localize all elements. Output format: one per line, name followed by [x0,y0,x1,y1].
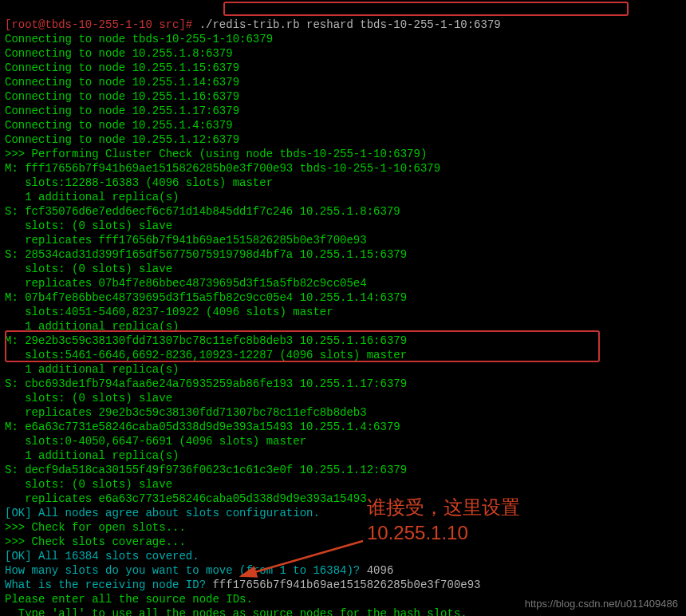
connect-line: Connecting to node 10.255.1.4:6379 [5,119,233,132]
node-line: S: fcf35076d6e7edd6ecf6c671d14b845dd1f7c… [5,205,400,218]
node-line: replicates 07b4f7e86bbec48739695d3f15a5f… [5,277,367,290]
check-coverage: >>> Check slots coverage... [5,535,186,548]
connect-line: Connecting to node tbds-10-255-1-10:6379 [5,33,273,45]
slots-answer: 4096 [367,564,394,577]
node-line: M: fff17656b7f941b69ae1515826285b0e3f700… [5,162,440,175]
connect-line: Connecting to node 10.255.1.12:6379 [5,133,239,146]
node-line: slots: (0 slots) slave [5,263,172,275]
node-line: slots: (0 slots) slave [5,478,172,491]
node-line: M: 07b4f7e86bbec48739695d3f15a5fb82c9cc0… [5,291,407,304]
node-line: replicates 29e2b3c59c38130fdd71307bc78c1… [5,406,367,419]
connect-line: Connecting to node 10.255.1.15:6379 [5,61,239,74]
connect-line: Connecting to node 10.255.1.16:6379 [5,90,239,103]
source-ids-hint: Type 'all' to use all the nodes as sourc… [5,607,467,616]
node-line: replicates fff17656b7f941b69ae1515826285… [5,234,367,247]
node-line: S: decf9da518ca30155f49f9736f0623c1c61c3… [5,464,407,476]
node-line: S: 28534cad31d399f165df56775075919798d4b… [5,248,407,261]
connect-line: Connecting to node 10.255.1.14:6379 [5,76,239,89]
shell-command: ./redis-trib.rb reshard tbds-10-255-1-10… [199,18,501,31]
receiving-node-question: What is the receiving node ID? [5,578,212,591]
source-ids-prompt: Please enter all the source node IDs. [5,593,253,606]
node-line: slots:4051-5460,8237-10922 (4096 slots) … [5,306,333,318]
connect-line: Connecting to node 10.255.1.8:6379 [5,47,233,60]
terminal-output[interactable]: [root@tbds-10-255-1-10 src]# ./redis-tri… [0,0,686,616]
ok-line: [OK] All 16384 slots covered. [5,550,199,563]
highlight-box-command [223,2,629,16]
node-line: S: cbc693de1fb794afaa6e24a76935259ab86fe… [5,377,407,390]
node-line: M: e6a63c7731e58246caba05d338d9d9e393a15… [5,421,400,433]
node-line: 1 additional replica(s) [5,449,179,462]
ok-line: [OK] All nodes agree about slots configu… [5,507,320,519]
node-line: slots:5461-6646,6692-8236,10923-12287 (4… [5,349,407,361]
receiving-node-answer: fff17656b7f941b69ae1515826285b0e3f700e93 [212,578,480,591]
node-line: slots: (0 slots) slave [5,219,172,232]
connect-line: Connecting to node 10.255.1.17:6379 [5,105,239,117]
shell-prompt: [root@tbds-10-255-1-10 src]# [5,18,199,31]
node-line: 1 additional replica(s) [5,320,179,333]
node-line: 1 additional replica(s) [5,191,179,203]
node-line: slots:0-4050,6647-6691 (4096 slots) mast… [5,435,306,448]
node-line: slots: (0 slots) slave [5,392,172,405]
node-line: M: 29e2b3c59c38130fdd71307bc78c11efc8b8d… [5,334,407,347]
cluster-check-header: >>> Performing Cluster Check (using node… [5,148,427,160]
slots-question: How many slots do you want to move (from… [5,564,367,577]
node-line: replicates e6a63c7731e58246caba05d338d9d… [5,492,367,505]
check-open-slots: >>> Check for open slots... [5,521,186,534]
node-line: slots:12288-16383 (4096 slots) master [5,176,273,189]
node-line: 1 additional replica(s) [5,363,179,376]
